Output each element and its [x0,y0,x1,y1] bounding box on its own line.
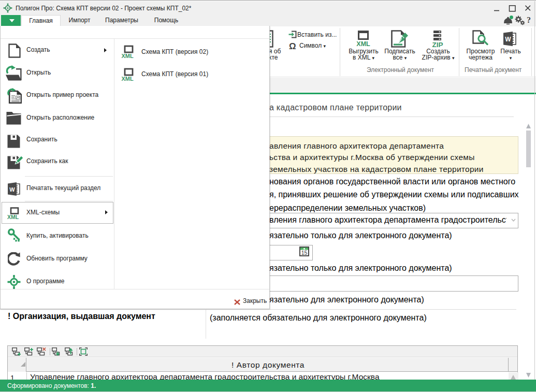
svg-text:ZIP: ZIP [432,41,443,48]
svg-text:W: W [9,186,15,193]
svg-text:15: 15 [301,250,308,256]
svg-text:XML: XML [121,76,134,81]
svg-text:W: W [505,36,511,43]
svg-text:XML: XML [121,53,134,59]
svg-text:XML: XML [356,40,370,47]
svg-text:XML: XML [7,214,19,220]
